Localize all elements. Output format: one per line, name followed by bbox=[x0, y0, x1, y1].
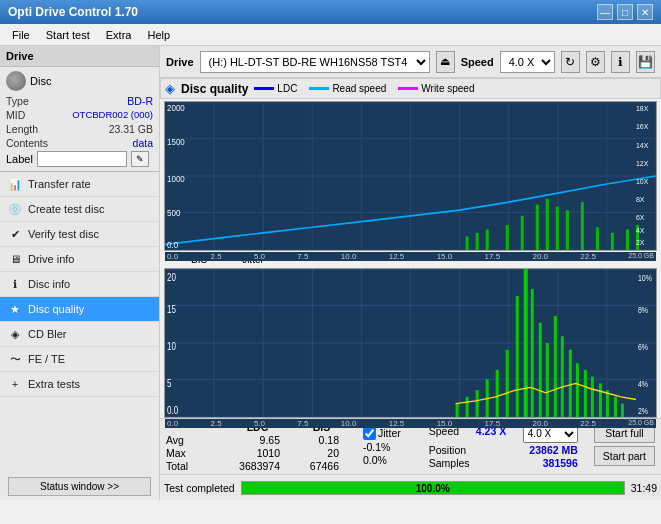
bottom-bar: Test completed 100.0% 31:49 bbox=[160, 474, 661, 500]
disc-label: Disc bbox=[30, 75, 51, 87]
refresh-button[interactable]: ↻ bbox=[561, 51, 580, 73]
svg-text:16X: 16X bbox=[636, 122, 648, 132]
legend-read-speed: Read speed bbox=[309, 83, 386, 94]
save-button[interactable]: 💾 bbox=[636, 51, 655, 73]
svg-rect-76 bbox=[599, 383, 602, 417]
sidebar-item-verify-test-disc[interactable]: ✔ Verify test disc bbox=[0, 222, 159, 247]
stats-samples-row: Samples 381596 bbox=[429, 457, 578, 469]
stats-max-jitter: 0.0% bbox=[363, 454, 401, 466]
svg-text:1500: 1500 bbox=[167, 137, 185, 148]
svg-rect-79 bbox=[621, 404, 624, 417]
svg-rect-23 bbox=[556, 207, 559, 250]
lower-x-150: 15.0 bbox=[437, 419, 453, 428]
svg-text:2000: 2000 bbox=[167, 103, 185, 114]
drive-bar-label: Drive bbox=[166, 56, 194, 68]
sidebar-item-fe-te[interactable]: 〜 FE / TE bbox=[0, 347, 159, 372]
disc-length-row: Length 23.31 GB bbox=[6, 123, 153, 135]
lower-x-75: 7.5 bbox=[297, 419, 308, 428]
stats-total-ldc: 3683974 bbox=[235, 460, 280, 472]
disc-length-label: Length bbox=[6, 123, 38, 135]
disc-label-edit-button[interactable]: ✎ bbox=[131, 151, 149, 167]
jitter-checkbox-row: Jitter bbox=[363, 427, 401, 440]
disc-type-label: Type bbox=[6, 95, 29, 107]
sidebar-item-extra-tests-label: Extra tests bbox=[28, 378, 80, 390]
stats-max-ldc: 1010 bbox=[235, 447, 280, 459]
legend-write-speed-color bbox=[398, 87, 418, 90]
maximize-button[interactable]: □ bbox=[617, 4, 633, 20]
sidebar-item-disc-quality[interactable]: ★ Disc quality bbox=[0, 297, 159, 322]
sidebar-nav: 📊 Transfer rate 💿 Create test disc ✔ Ver… bbox=[0, 172, 159, 473]
sidebar-item-extra-tests[interactable]: + Extra tests bbox=[0, 372, 159, 397]
progress-bar-container: 100.0% bbox=[241, 481, 625, 495]
disc-icon bbox=[6, 71, 26, 91]
minimize-button[interactable]: — bbox=[597, 4, 613, 20]
svg-text:0.0: 0.0 bbox=[167, 404, 178, 416]
stats-speed-section: Speed 4.23 X 4.0 X Position 23862 MB Sam… bbox=[429, 425, 578, 469]
svg-text:12X: 12X bbox=[636, 158, 648, 168]
stats-max-row: Max 1010 20 bbox=[166, 447, 339, 459]
sidebar-item-create-test-disc[interactable]: 💿 Create test disc bbox=[0, 197, 159, 222]
legend-ldc: LDC bbox=[254, 83, 297, 94]
svg-rect-68 bbox=[539, 323, 542, 417]
menu-file[interactable]: File bbox=[4, 27, 38, 43]
svg-rect-74 bbox=[584, 370, 587, 417]
disc-label-field-label: Label bbox=[6, 153, 33, 165]
stats-table: LDC BIS Avg 9.65 0.18 Max 1010 20 Total … bbox=[166, 421, 339, 472]
sidebar-item-transfer-rate[interactable]: 📊 Transfer rate bbox=[0, 172, 159, 197]
svg-text:6X: 6X bbox=[636, 213, 645, 223]
stats-total-row: Total 3683974 67466 bbox=[166, 460, 339, 472]
close-button[interactable]: ✕ bbox=[637, 4, 653, 20]
disc-mid-row: MID OTCBDR002 (000) bbox=[6, 109, 153, 121]
legend-ldc-label: LDC bbox=[277, 83, 297, 94]
svg-rect-67 bbox=[531, 289, 534, 417]
drive-eject-button[interactable]: ⏏ bbox=[436, 51, 455, 73]
svg-text:20: 20 bbox=[167, 271, 176, 283]
sidebar-item-fe-te-label: FE / TE bbox=[28, 353, 65, 365]
drive-section-header: Drive bbox=[0, 46, 159, 67]
stats-position-label: Position bbox=[429, 444, 466, 456]
lower-x-225: 22.5 bbox=[580, 419, 596, 428]
svg-text:0.0: 0.0 bbox=[167, 239, 178, 250]
menu-extra[interactable]: Extra bbox=[98, 27, 140, 43]
sidebar-item-cd-bler[interactable]: ◈ CD Bler bbox=[0, 322, 159, 347]
menu-help[interactable]: Help bbox=[139, 27, 178, 43]
svg-rect-16 bbox=[466, 236, 469, 250]
start-part-button[interactable]: Start part bbox=[594, 446, 655, 466]
svg-text:1000: 1000 bbox=[167, 173, 185, 184]
menu-bar: File Start test Extra Help bbox=[0, 24, 661, 46]
jitter-checkbox[interactable] bbox=[363, 427, 376, 440]
sidebar-item-create-test-disc-label: Create test disc bbox=[28, 203, 104, 215]
sidebar-item-disc-info[interactable]: ℹ Disc info bbox=[0, 272, 159, 297]
upper-x-100: 10.0 bbox=[341, 252, 357, 261]
disc-info-icon: ℹ bbox=[8, 277, 22, 291]
upper-x-200: 20.0 bbox=[532, 252, 548, 261]
sidebar-item-drive-info[interactable]: 🖥 Drive info bbox=[0, 247, 159, 272]
menu-start-test[interactable]: Start test bbox=[38, 27, 98, 43]
upper-x-225: 22.5 bbox=[580, 252, 596, 261]
status-window-button[interactable]: Status window >> bbox=[8, 477, 151, 496]
upper-x-25: 2.5 bbox=[210, 252, 221, 261]
svg-rect-69 bbox=[546, 343, 549, 417]
settings-button[interactable]: ⚙ bbox=[586, 51, 605, 73]
svg-rect-70 bbox=[554, 316, 557, 417]
upper-x-0: 0.0 bbox=[167, 252, 178, 261]
stats-samples-value: 381596 bbox=[543, 457, 578, 469]
disc-mid-label: MID bbox=[6, 109, 25, 121]
lower-chart: 20 15 10 5 0.0 10% 8% 6% 4% 2% 0.0 2.5 5… bbox=[164, 268, 657, 418]
lower-x-200: 20.0 bbox=[532, 419, 548, 428]
main-content: Drive Disc Type BD-R MID OTCBDR002 (000)… bbox=[0, 46, 661, 500]
svg-rect-64 bbox=[506, 350, 509, 417]
speed-label: Speed bbox=[461, 56, 494, 68]
fe-te-icon: 〜 bbox=[8, 352, 22, 366]
svg-text:500: 500 bbox=[167, 207, 181, 218]
disc-label-input[interactable] bbox=[37, 151, 127, 167]
legend-ldc-color bbox=[254, 87, 274, 90]
info-button[interactable]: ℹ bbox=[611, 51, 630, 73]
svg-text:14X: 14X bbox=[636, 140, 648, 150]
svg-text:8X: 8X bbox=[636, 195, 645, 205]
speed-select-drive[interactable]: 4.0 X bbox=[500, 51, 555, 73]
svg-rect-19 bbox=[506, 225, 509, 250]
svg-rect-61 bbox=[476, 390, 479, 417]
stats-max-label: Max bbox=[166, 447, 211, 459]
drive-select[interactable]: (H:) HL-DT-ST BD-RE WH16NS58 TST4 bbox=[200, 51, 430, 73]
